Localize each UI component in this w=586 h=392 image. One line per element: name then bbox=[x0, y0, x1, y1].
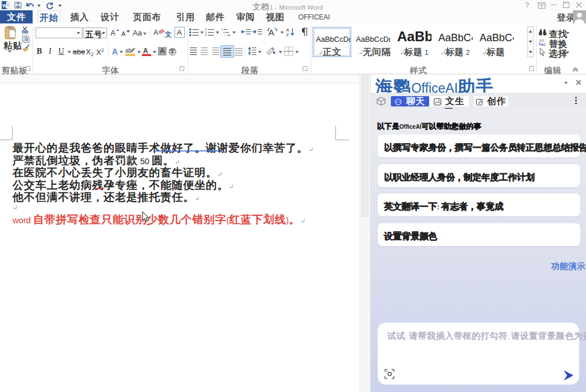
svg-text:A: A bbox=[143, 47, 148, 55]
svg-text:ab: ab bbox=[125, 47, 132, 54]
svg-text:Z: Z bbox=[286, 32, 289, 37]
svg-text:3: 3 bbox=[205, 33, 207, 36]
svg-text:ac: ac bbox=[541, 42, 545, 46]
svg-text:W: W bbox=[2, 3, 7, 9]
svg-text:i: i bbox=[225, 34, 225, 36]
